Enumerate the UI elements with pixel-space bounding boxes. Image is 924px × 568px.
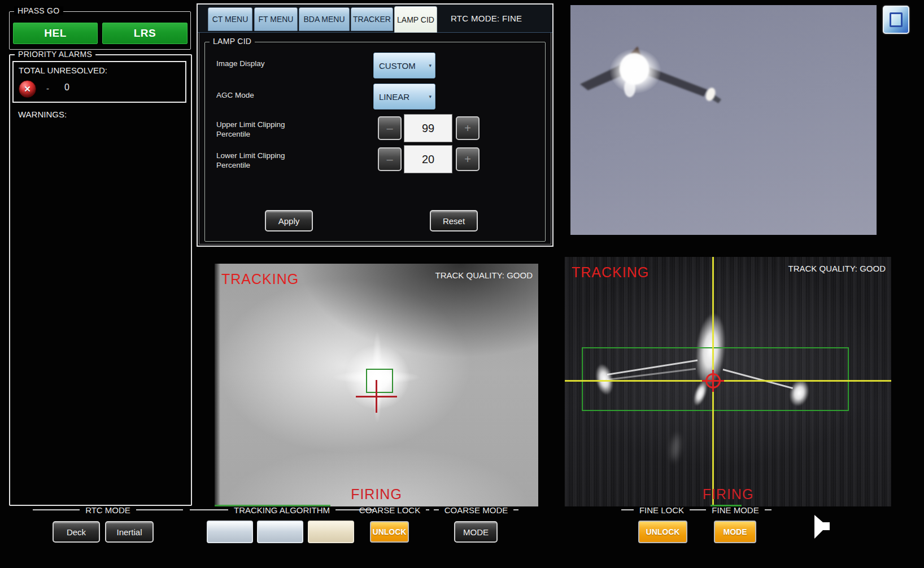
warnings-label: WARNINGS: — [18, 110, 67, 119]
chevron-down-icon: ▾ — [429, 63, 432, 68]
coarse-mode-section-title: COARSE MODE — [439, 505, 514, 515]
apply-button[interactable]: Apply — [265, 210, 313, 231]
window-icon[interactable] — [883, 6, 909, 34]
coarse-lock-section-header: COARSE LOCK — [350, 505, 429, 515]
drone-target-image — [579, 36, 748, 126]
fine-lock-section-title: FINE LOCK — [634, 505, 690, 515]
track-quality-text: TRACK QUALITY: GOOD — [788, 264, 886, 273]
tab-ft-menu[interactable]: FT MENU — [254, 7, 298, 31]
main-camera-video[interactable] — [570, 5, 877, 235]
coarse-mode-button[interactable]: MODE — [454, 521, 498, 543]
tracking-algorithm-section-header: TRACKING ALGORITHM — [190, 505, 374, 515]
coarse-tracker-video[interactable]: TRACKING TRACK QUALITY: GOOD FIRING — [215, 264, 538, 506]
track-gate-box — [366, 369, 393, 393]
lower-limit-value: 20 — [404, 145, 452, 173]
fine-tracker-video[interactable]: TRACKING TRACK QUALITY: GOOD FIRING — [565, 257, 891, 506]
tracking-algorithm-button-1[interactable] — [207, 521, 253, 543]
image-display-label: Image Display — [216, 59, 265, 69]
tab-tracker[interactable]: TRACKER — [351, 7, 393, 31]
aimpoint-reticle — [705, 373, 721, 388]
lrs-button[interactable]: LRS — [102, 23, 188, 44]
window-icon-inner — [890, 12, 903, 27]
inertial-button[interactable]: Inertial — [105, 521, 154, 543]
tab-ct-menu[interactable]: CT MENU — [208, 7, 252, 31]
upper-limit-increment-button[interactable]: + — [456, 116, 480, 140]
fine-mode-button[interactable]: MODE — [714, 521, 756, 543]
aimpoint-crosshair — [356, 396, 397, 397]
tracking-status-text: TRACKING — [221, 271, 299, 287]
rtc-mode-status: RTC MODE: FINE — [451, 5, 522, 32]
fine-lock-section-header: FINE LOCK — [621, 505, 702, 515]
lower-limit-label: Lower Limit Clipping Percentile — [216, 151, 290, 171]
chevron-down-icon: ▾ — [429, 94, 432, 99]
lamp-cid-group-title: LAMP CID — [210, 37, 255, 46]
menu-panel: CT MENU FT MENU BDA MENU TRACKER LAMP CI… — [197, 3, 553, 247]
tab-bar: CT MENU FT MENU BDA MENU TRACKER LAMP CI… — [198, 5, 552, 33]
upper-limit-value: 99 — [404, 114, 452, 142]
tab-lamp-cid[interactable]: LAMP CID — [394, 6, 437, 33]
agc-mode-dropdown[interactable]: LINEAR ▾ — [373, 84, 435, 110]
weapon-control-screen: HPASS GO HEL LRS PRIORITY ALARMS TOTAL U… — [0, 0, 924, 568]
upper-limit-decrement-button[interactable]: – — [378, 116, 402, 140]
total-unresolved-box: TOTAL UNRESOLVED: ✕ - 0 — [12, 61, 186, 103]
tracking-algorithm-button-3[interactable] — [308, 521, 354, 543]
agc-mode-label: AGC Mode — [216, 91, 254, 101]
lower-limit-decrement-button[interactable]: – — [378, 147, 402, 171]
upper-limit-label: Upper Limit Clipping Percentile — [216, 120, 290, 139]
fine-unlock-button[interactable]: UNLOCK — [638, 521, 687, 543]
tracking-algorithm-section-title: TRACKING ALGORITHM — [228, 505, 335, 515]
image-display-value: CUSTOM — [379, 61, 416, 71]
rtc-mode-section-title: RTC MODE — [80, 505, 136, 515]
alarm-count: 0 — [64, 82, 69, 93]
tracking-status-text: TRACKING — [572, 264, 649, 281]
hpass-go-title: HPASS GO — [14, 6, 63, 15]
speaker-icon[interactable] — [805, 513, 831, 541]
lower-limit-increment-button[interactable]: + — [456, 147, 480, 171]
reset-button[interactable]: Reset — [430, 210, 478, 231]
tracking-algorithm-button-2[interactable] — [257, 521, 303, 543]
fine-mode-section-header: FINE MODE — [699, 505, 772, 515]
boresight-crosshair-horizontal — [565, 380, 891, 382]
priority-alarms-panel: PRIORITY ALARMS TOTAL UNRESOLVED: ✕ - 0 … — [9, 54, 192, 506]
track-quality-text: TRACK QUALITY: GOOD — [435, 270, 533, 280]
firing-status-text: FIRING — [215, 486, 538, 503]
lamp-cid-group: LAMP CID Image Display CUSTOM ▾ AGC Mode… — [204, 42, 546, 242]
firing-status-text: FIRING — [565, 486, 891, 503]
rtc-mode-section-header: RTC MODE — [33, 505, 183, 515]
total-unresolved-label: TOTAL UNRESOLVED: — [19, 65, 107, 75]
deck-button[interactable]: Deck — [53, 521, 100, 543]
coarse-mode-section-header: COARSE MODE — [434, 505, 518, 515]
error-x-glyph: ✕ — [24, 84, 31, 94]
coarse-unlock-button[interactable]: UNLOCK — [370, 521, 409, 543]
target-glow — [667, 430, 684, 465]
image-display-dropdown[interactable]: CUSTOM ▾ — [373, 53, 435, 78]
hel-button[interactable]: HEL — [13, 23, 98, 44]
error-icon: ✕ — [19, 80, 36, 98]
priority-alarms-title: PRIORITY ALARMS — [15, 50, 95, 59]
tab-bda-menu[interactable]: BDA MENU — [299, 7, 350, 31]
hpass-go-panel: HPASS GO HEL LRS — [9, 11, 191, 50]
fine-mode-section-title: FINE MODE — [706, 505, 764, 515]
coarse-lock-section-title: COARSE LOCK — [354, 505, 426, 515]
agc-mode-value: LINEAR — [379, 92, 409, 102]
alarm-separator: - — [46, 84, 49, 93]
